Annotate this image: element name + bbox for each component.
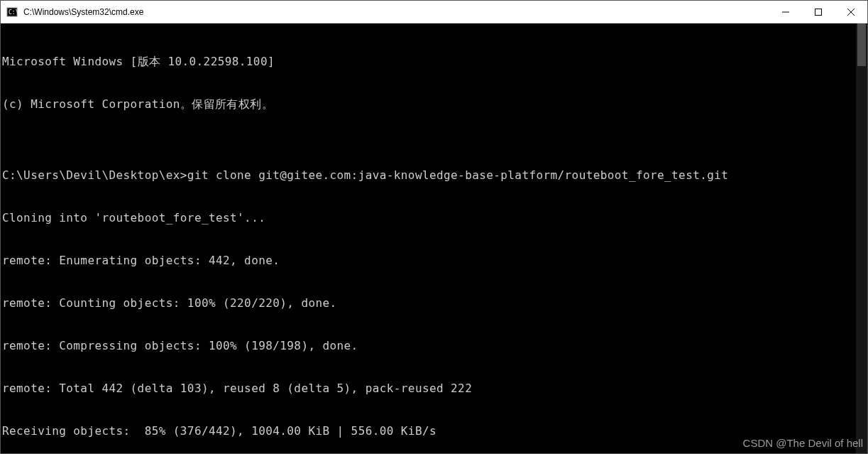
cmd-window: C:\ C:\Windows\System32\cmd.exe Microsof… xyxy=(0,0,868,454)
terminal-line: C:\Users\Devil\Desktop\ex>git clone git@… xyxy=(2,168,867,183)
terminal-line: remote: Counting objects: 100% (220/220)… xyxy=(2,296,867,310)
titlebar[interactable]: C:\ C:\Windows\System32\cmd.exe xyxy=(1,1,867,23)
maximize-button[interactable] xyxy=(802,1,835,23)
window-title: C:\Windows\System32\cmd.exe xyxy=(23,7,769,17)
terminal-content: Microsoft Windows [版本 10.0.22598.100] (c… xyxy=(1,23,867,453)
scrollbar-thumb[interactable] xyxy=(857,23,866,66)
terminal-line: remote: Total 442 (delta 103), reused 8 … xyxy=(2,382,867,396)
cmd-icon: C:\ xyxy=(6,6,18,18)
terminal-line: Cloning into 'routeboot_fore_test'... xyxy=(2,211,867,225)
terminal-line: Microsoft Windows [版本 10.0.22598.100] xyxy=(2,55,867,69)
terminal-line: remote: Compressing objects: 100% (198/1… xyxy=(2,339,867,353)
watermark: CSDN @The Devil of hell xyxy=(743,437,863,449)
minimize-button[interactable] xyxy=(769,1,802,23)
scrollbar[interactable] xyxy=(856,23,867,453)
terminal-line: (c) Microsoft Corporation。保留所有权利。 xyxy=(2,97,867,112)
terminal-line: Receiving objects: 85% (376/442), 1004.0… xyxy=(2,424,867,438)
close-button[interactable] xyxy=(835,1,867,23)
terminal-area[interactable]: Microsoft Windows [版本 10.0.22598.100] (c… xyxy=(1,23,867,453)
svg-rect-3 xyxy=(815,9,822,15)
terminal-line: remote: Enumerating objects: 442, done. xyxy=(2,254,867,268)
svg-text:C:\: C:\ xyxy=(9,9,18,16)
window-controls xyxy=(769,1,867,23)
